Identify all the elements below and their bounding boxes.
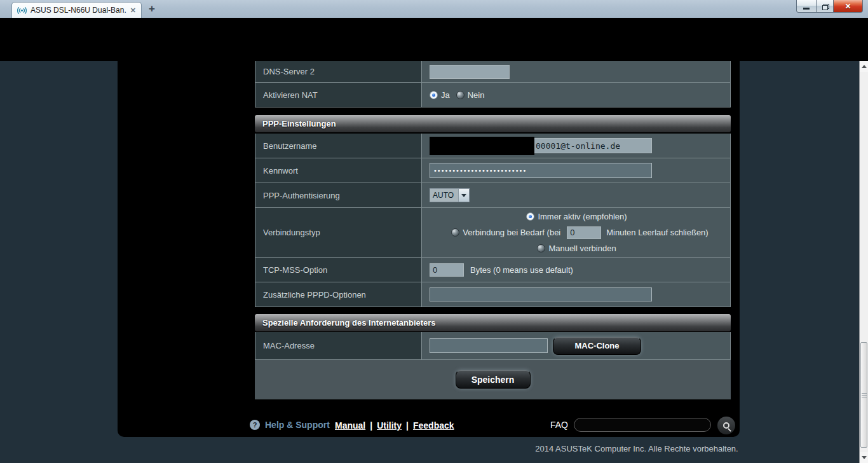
row-pppd-options: Zusätzliche PPPD-Optionen xyxy=(255,282,730,307)
row-password: Kennwort ••••••••••••••••••••••••• xyxy=(255,158,730,183)
redaction-overlay xyxy=(430,137,534,155)
manual-link[interactable]: Manual xyxy=(335,420,365,431)
link-separator: | xyxy=(370,420,372,431)
pppd-options-label: Zusätzliche PPPD-Optionen xyxy=(255,282,422,307)
tcp-mss-hint: Bytes (0 means use default) xyxy=(470,265,573,275)
vertical-scrollbar[interactable] xyxy=(859,61,868,463)
thumb-grip-icon xyxy=(862,393,867,397)
section-ppp-settings: PPP-Einstellungen xyxy=(255,115,731,132)
mac-clone-button[interactable]: MAC-Clone xyxy=(553,337,641,355)
link-separator: | xyxy=(406,420,409,431)
nat-no-label: Nein xyxy=(468,90,485,100)
mac-address-input[interactable] xyxy=(430,338,548,353)
nat-yes-label: Ja xyxy=(441,90,450,100)
password-input[interactable]: ••••••••••••••••••••••••• xyxy=(430,163,652,178)
browser-titlebar: ASUS DSL-N66U Dual-Ban... ✕ + ✕ xyxy=(0,0,868,18)
row-username: Benutzername 00001@t-online.de xyxy=(255,134,730,158)
router-header-band xyxy=(0,18,868,61)
search-icon xyxy=(723,422,729,429)
row-tcp-mss: TCP-MSS-Option Bytes (0 means use defaul… xyxy=(255,258,730,282)
conn-on-demand-label-pre: Verbindung bei Bedarf (bei xyxy=(463,228,560,237)
close-button[interactable]: ✕ xyxy=(834,0,863,13)
feedback-link[interactable]: Feedback xyxy=(413,420,454,431)
scroll-up-button[interactable] xyxy=(860,61,868,72)
chevron-down-icon xyxy=(461,194,466,197)
ppp-auth-label: PPP-Authentisierung xyxy=(255,183,422,207)
tab-title: ASUS DSL-N66U Dual-Ban... xyxy=(31,6,126,15)
conn-always-on-label: Immer aktiv (empfohlen) xyxy=(538,212,627,221)
browser-tab[interactable]: ASUS DSL-N66U Dual-Ban... ✕ xyxy=(11,2,142,18)
help-support: ? Help & Support xyxy=(250,420,330,430)
select-dropdown-button[interactable] xyxy=(458,189,469,202)
restore-icon xyxy=(822,4,828,9)
footer-links: Manual | Utility | Feedback xyxy=(335,420,454,431)
section-isp-requirement: Spezielle Anforderung des Internetanbiet… xyxy=(255,314,731,331)
row-dns2: DNS-Server 2 xyxy=(255,61,730,83)
nat-no-radio[interactable] xyxy=(456,91,465,99)
password-masked-value: ••••••••••••••••••••••••• xyxy=(434,167,527,174)
minimize-icon xyxy=(803,8,810,10)
window-controls: ✕ xyxy=(796,0,863,13)
dns2-input[interactable] xyxy=(430,65,510,79)
minimize-button[interactable] xyxy=(796,0,816,13)
tcp-mss-label: TCP-MSS-Option xyxy=(255,258,422,282)
username-label: Benutzername xyxy=(255,134,422,158)
row-nat: Aktivieren NAT Ja Nein xyxy=(255,83,730,107)
scrollbar-thumb[interactable] xyxy=(860,342,867,448)
conn-manual-label: Manuell verbinden xyxy=(548,244,616,253)
idle-minutes-input[interactable] xyxy=(567,226,601,239)
ppp-auth-select[interactable]: AUTO xyxy=(430,188,470,202)
row-connection-type: Verbindungstyp Immer aktiv (empfohlen) V… xyxy=(255,208,730,258)
conn-on-demand-label-post: Minuten Leerlauf schließen) xyxy=(606,228,708,237)
conn-always-on-radio[interactable] xyxy=(526,212,534,221)
ppp-auth-selected-value: AUTO xyxy=(430,189,458,202)
restore-button[interactable] xyxy=(816,0,834,13)
arrow-up-icon xyxy=(862,65,867,68)
tcp-mss-input[interactable] xyxy=(430,263,464,277)
row-ppp-auth: PPP-Authentisierung AUTO xyxy=(255,183,730,208)
utility-link[interactable]: Utility xyxy=(377,420,402,431)
mac-address-label: MAC-Adresse xyxy=(255,332,422,359)
username-input[interactable]: 00001@t-online.de xyxy=(430,138,652,153)
faq-search-button[interactable] xyxy=(717,417,735,434)
question-icon: ? xyxy=(250,420,260,430)
save-button[interactable]: Speichern xyxy=(456,370,531,389)
faq-search-input[interactable] xyxy=(574,418,711,432)
copyright-text: 2014 ASUSTeK Computer Inc. Alle Rechte v… xyxy=(535,444,738,453)
connection-type-label: Verbindungstyp xyxy=(255,208,422,257)
help-support-label[interactable]: Help & Support xyxy=(265,420,330,430)
nat-yes-radio[interactable] xyxy=(430,91,438,99)
conn-manual-radio[interactable] xyxy=(537,244,545,252)
apply-section: Speichern xyxy=(255,360,731,399)
wan-settings-table: DNS-Server 2 Aktivieren NAT Ja Nein PPP-… xyxy=(255,61,731,399)
faq-label: FAQ xyxy=(550,420,568,430)
username-value: 00001@t-online.de xyxy=(536,141,620,151)
pppd-options-input[interactable] xyxy=(430,287,652,301)
password-label: Kennwort xyxy=(255,158,422,183)
new-tab-button[interactable]: + xyxy=(149,3,155,15)
dns2-label: DNS-Server 2 xyxy=(255,61,422,82)
arrow-down-icon xyxy=(862,456,867,459)
scroll-down-button[interactable] xyxy=(860,452,868,463)
wireless-favicon-icon xyxy=(17,6,27,15)
tab-close-icon[interactable]: ✕ xyxy=(130,6,136,15)
conn-on-demand-radio[interactable] xyxy=(451,228,459,237)
row-mac-address: MAC-Adresse MAC-Clone xyxy=(255,332,730,360)
nat-label: Aktivieren NAT xyxy=(255,83,422,107)
